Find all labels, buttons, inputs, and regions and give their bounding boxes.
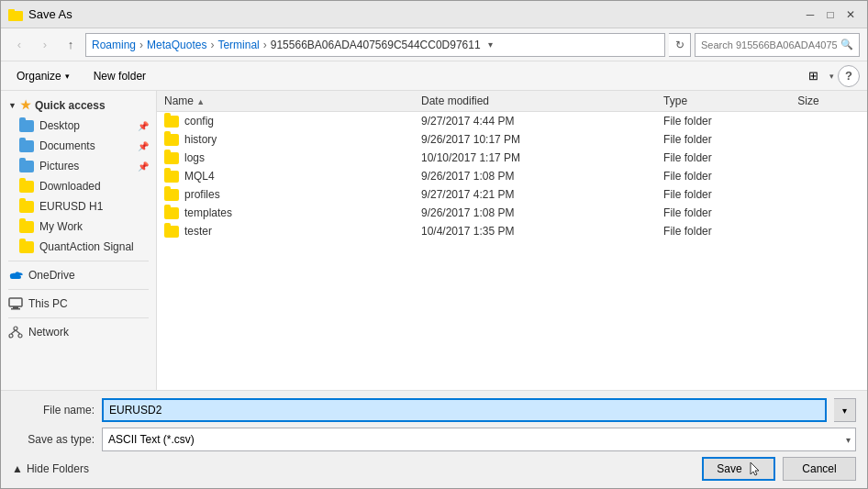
table-row[interactable]: logs 10/10/2017 1:17 PM File folder	[157, 149, 867, 167]
breadcrumb-metaquotes[interactable]: MetaQuotes	[147, 39, 206, 51]
file-date: 9/26/2017 1:08 PM	[414, 204, 656, 222]
quick-access-star-icon: ★	[20, 98, 31, 112]
sidebar-item-pictures[interactable]: Pictures 📌	[1, 156, 156, 176]
svg-rect-5	[11, 308, 20, 310]
forward-button[interactable]: ›	[34, 34, 56, 56]
sidebar-item-downloaded[interactable]: Downloaded	[1, 176, 156, 196]
sidebar-item-onedrive[interactable]: OneDrive	[1, 265, 156, 285]
saveastype-select[interactable]: ASCII Text (*.csv) CSV (*.csv) Text (*.t…	[102, 428, 856, 451]
svg-line-10	[16, 330, 20, 334]
table-row[interactable]: MQL4 9/26/2017 1:08 PM File folder	[157, 167, 867, 185]
name-sort-icon: ▲	[196, 97, 205, 106]
maximize-button[interactable]: □	[821, 6, 840, 24]
table-row[interactable]: history 9/26/2017 10:17 PM File folder	[157, 130, 867, 149]
file-size	[790, 185, 867, 204]
help-button[interactable]: ?	[838, 65, 860, 87]
col-name[interactable]: Name ▲	[157, 91, 414, 112]
filename-input[interactable]	[102, 398, 827, 422]
table-row[interactable]: templates 9/26/2017 1:08 PM File folder	[157, 204, 867, 222]
file-type: File folder	[656, 167, 790, 185]
dialog-icon	[8, 7, 23, 22]
refresh-button[interactable]: ↻	[669, 33, 691, 57]
breadcrumb-current: 915566BA06ADA407569C544CC0D97611	[271, 39, 481, 51]
new-folder-button[interactable]: New folder	[85, 65, 154, 87]
desktop-pin-icon: 📌	[138, 121, 149, 131]
col-size[interactable]: Size	[790, 91, 867, 112]
cancel-button[interactable]: Cancel	[783, 457, 856, 481]
folder-icon	[164, 116, 179, 128]
network-icon	[8, 325, 23, 339]
filename-label: File name:	[12, 404, 95, 417]
view-button[interactable]: ⊞	[800, 65, 826, 87]
minimize-button[interactable]: ─	[801, 6, 819, 24]
breadcrumb-roaming[interactable]: Roaming	[92, 39, 136, 51]
file-type: File folder	[656, 149, 790, 167]
quantaction-folder-icon	[19, 239, 34, 254]
quantaction-label: QuantAction Signal	[39, 240, 134, 253]
file-size	[790, 204, 867, 222]
sidebar: ▼ ★ Quick access Desktop 📌	[1, 91, 157, 390]
sidebar-divider-1	[8, 261, 149, 261]
sidebar-item-thispc[interactable]: This PC	[1, 294, 156, 314]
quick-access-header[interactable]: ▼ ★ Quick access	[1, 94, 156, 116]
folder-icon	[164, 134, 179, 146]
view-arrow[interactable]: ▾	[829, 72, 834, 81]
save-label: Save	[717, 462, 741, 475]
file-area: Name ▲ Date modified Type Size	[157, 91, 867, 390]
close-button[interactable]: ✕	[841, 6, 860, 24]
organize-button[interactable]: Organize ▾	[8, 65, 78, 87]
search-input[interactable]	[701, 39, 837, 50]
up-button[interactable]: ↑	[60, 34, 82, 56]
onedrive-icon	[8, 268, 23, 283]
address-path[interactable]: Roaming › MetaQuotes › Terminal › 915566…	[85, 33, 665, 57]
svg-line-9	[11, 330, 16, 334]
svg-point-6	[14, 327, 17, 330]
folder-icon	[164, 152, 179, 164]
col-type[interactable]: Type	[656, 91, 790, 112]
cancel-label: Cancel	[802, 462, 836, 475]
pictures-folder-icon	[19, 159, 34, 173]
breadcrumb-dropdown[interactable]: ▾	[488, 39, 493, 50]
svg-rect-1	[8, 9, 15, 13]
file-date: 9/26/2017 1:08 PM	[414, 167, 656, 185]
col-date[interactable]: Date modified	[414, 91, 656, 112]
file-name: profiles	[184, 188, 220, 201]
table-row[interactable]: tester 10/4/2017 1:35 PM File folder	[157, 222, 867, 240]
breadcrumb-terminal[interactable]: Terminal	[217, 39, 259, 51]
filename-row: File name: ▾	[12, 398, 856, 422]
save-button[interactable]: Save	[702, 457, 775, 481]
file-name: config	[184, 115, 214, 128]
pictures-pin-icon: 📌	[138, 161, 149, 172]
eurusdh1-folder-icon	[19, 199, 34, 214]
sidebar-item-network[interactable]: Network	[1, 322, 156, 342]
saveastype-label: Save as type:	[12, 433, 95, 446]
documents-label: Documents	[39, 139, 95, 152]
new-folder-label: New folder	[94, 70, 146, 83]
sidebar-item-eurusdh1[interactable]: EURUSD H1	[1, 196, 156, 217]
file-name: history	[184, 133, 217, 146]
file-table-body: config 9/27/2017 4:44 PM File folder his…	[157, 112, 867, 241]
sidebar-item-quantaction[interactable]: QuantAction Signal	[1, 237, 156, 257]
filename-dropdown[interactable]: ▾	[834, 398, 856, 422]
downloaded-folder-icon	[19, 179, 34, 194]
hide-folders-chevron: ▲	[12, 462, 23, 475]
back-button[interactable]: ‹	[8, 34, 30, 56]
table-row[interactable]: config 9/27/2017 4:44 PM File folder	[157, 112, 867, 131]
table-row[interactable]: profiles 9/27/2017 4:21 PM File folder	[157, 185, 867, 204]
hide-folders-button[interactable]: ▲ Hide Folders	[12, 462, 89, 475]
network-label: Network	[28, 326, 69, 339]
mywork-label: My Work	[39, 220, 83, 233]
organize-arrow: ▾	[65, 72, 70, 81]
mywork-folder-icon	[19, 219, 34, 234]
title-bar-left: Save As	[8, 7, 72, 22]
dialog-title: Save As	[28, 7, 72, 21]
folder-icon	[164, 226, 179, 238]
quick-access-chevron: ▼	[8, 101, 17, 110]
folder-icon	[164, 171, 179, 183]
sidebar-item-desktop[interactable]: Desktop 📌	[1, 116, 156, 136]
sidebar-item-documents[interactable]: Documents 📌	[1, 136, 156, 156]
svg-point-8	[18, 334, 22, 338]
help-icon: ?	[845, 69, 852, 83]
sidebar-item-mywork[interactable]: My Work	[1, 217, 156, 237]
save-as-dialog: Save As ─ □ ✕ ‹ › ↑ Roaming › MetaQuotes…	[0, 0, 868, 489]
